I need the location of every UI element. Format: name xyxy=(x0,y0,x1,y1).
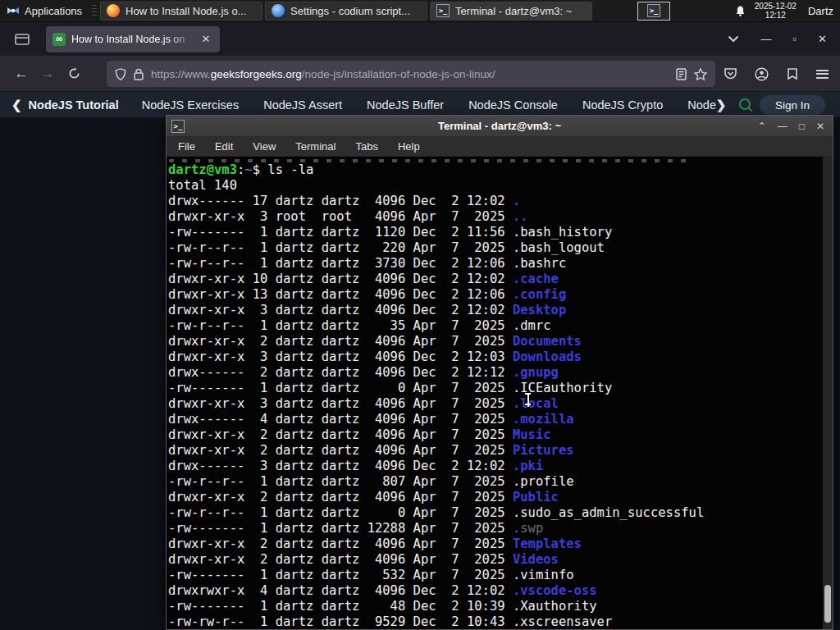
listing-filename: .cache xyxy=(513,272,559,286)
listing-filename: Templates xyxy=(513,536,582,551)
listing-meta: -rw------- 1 dartz dartz 48 Dec 2 10:39 xyxy=(168,599,513,614)
gfg-nav-item[interactable]: NodeJS Crypto xyxy=(582,98,663,112)
gfg-nav-item[interactable]: NodeJS Exercises xyxy=(142,98,239,112)
listing-line: drwxr-xr-x 3 dartz dartz 4096 Dec 2 12:0… xyxy=(168,349,833,365)
listing-filename: .xscreensaver xyxy=(513,614,612,629)
reload-button[interactable] xyxy=(61,67,87,80)
url-bar[interactable]: https://www.geeksforgeeks.org/node-js/in… xyxy=(107,61,715,87)
browser-window-controls: — ▫ ✕ xyxy=(728,22,840,56)
workspace-pager[interactable]: >_ xyxy=(637,2,670,21)
listing-meta: drwx------ 3 dartz dartz 4096 Dec 2 12:0… xyxy=(168,459,513,473)
back-button[interactable]: ← xyxy=(8,66,34,82)
tracking-shield-icon[interactable] xyxy=(115,68,126,80)
panel-clock[interactable]: 2025-12-02 12:12 xyxy=(755,2,797,20)
gfg-nav-item[interactable]: NodeJS Buffer xyxy=(367,98,444,112)
user-menu[interactable]: Dartz xyxy=(805,5,833,17)
listing-meta: drwx------ 4 dartz dartz 4096 Apr 7 2025 xyxy=(168,412,513,427)
browser-tab-active[interactable]: ∞ How to Install Node.js on ✕ xyxy=(46,26,220,52)
terminal-menubar: FileEditViewTerminalTabsHelp xyxy=(167,137,833,157)
listing-filename: .gnupg xyxy=(513,365,559,380)
taskbar-button[interactable]: How to Install Node.js o... xyxy=(100,2,262,21)
chevron-left-icon: ❮ xyxy=(11,98,22,112)
reload-icon xyxy=(68,67,80,80)
terminal-window-controls: ⌃ — □ ✕ xyxy=(758,121,833,132)
terminal-titlebar[interactable]: >_ Terminal - dartz@vm3: ~ ⌃ — □ ✕ xyxy=(167,116,833,137)
app-menu-icon[interactable] xyxy=(816,70,829,79)
terminal-scrollbar[interactable] xyxy=(823,157,833,629)
listing-line: drwxr-xr-x 3 root root 4096 Apr 7 2025 .… xyxy=(168,209,833,225)
terminal-menu-view[interactable]: View xyxy=(253,140,276,153)
browser-close-button[interactable]: ✕ xyxy=(818,33,827,45)
panel-grip xyxy=(92,5,97,16)
terminal-output[interactable]: dartz@vm3:~$ ls -la total 140 drwx------… xyxy=(167,157,833,629)
prompt-dollar: $ xyxy=(253,162,268,177)
applications-menu-button[interactable]: Applications xyxy=(0,0,89,22)
terminal-menu-file[interactable]: File xyxy=(178,140,195,153)
listing-filename: .Xauthority xyxy=(513,599,597,614)
listing-line: drwxr-xr-x 2 dartz dartz 4096 Apr 7 2025… xyxy=(168,443,833,459)
list-all-tabs-chevron-icon[interactable] xyxy=(728,35,739,43)
chevron-right-icon[interactable]: ❯ xyxy=(716,98,727,112)
terminal-menu-tabs[interactable]: Tabs xyxy=(355,140,377,153)
listing-meta: drwx------ 2 dartz dartz 4096 Dec 2 12:1… xyxy=(168,365,513,380)
browser-maximize-button[interactable]: ▫ xyxy=(792,33,797,45)
terminal-menu-edit[interactable]: Edit xyxy=(215,140,233,153)
listing-line: drwx------ 2 dartz dartz 4096 Dec 2 12:1… xyxy=(168,365,833,381)
terminal-menu-help[interactable]: Help xyxy=(398,140,420,153)
window-task-list: How to Install Node.js o...Settings - co… xyxy=(100,2,595,21)
listing-filename: .pki xyxy=(513,459,543,473)
terminal-maximize-button[interactable]: □ xyxy=(799,121,805,132)
gfg-nav-item[interactable]: NodeJS Console xyxy=(468,98,558,112)
listing-line: -rw------- 1 dartz dartz 12288 Apr 7 202… xyxy=(168,521,833,536)
listing-filename: .viminfo xyxy=(513,568,574,582)
notification-bell-icon[interactable] xyxy=(734,5,746,17)
firefox-view-button[interactable] xyxy=(10,29,34,50)
terminal-scrollbar-thumb[interactable] xyxy=(824,585,831,623)
search-icon[interactable] xyxy=(737,97,754,113)
forward-button[interactable]: → xyxy=(34,66,61,82)
lock-icon[interactable] xyxy=(134,68,144,80)
scrolled-line-sliver xyxy=(169,159,694,162)
total-line: total 140 xyxy=(168,178,833,194)
listing-meta: -rw------- 1 dartz dartz 1120 Dec 2 11:5… xyxy=(168,225,513,240)
reader-mode-icon[interactable] xyxy=(676,68,687,80)
listing-line: -rw-r--r-- 1 dartz dartz 0 Apr 7 2025 .s… xyxy=(168,505,833,521)
terminal-shade-button[interactable]: ⌃ xyxy=(758,121,766,132)
listing-line: -rw-r--r-- 1 dartz dartz 807 Apr 7 2025 … xyxy=(168,474,833,490)
extensions-icon[interactable] xyxy=(786,67,799,80)
listing-filename: . xyxy=(513,194,520,208)
listing-line: drwxr-xr-x 2 dartz dartz 4096 Apr 7 2025… xyxy=(168,334,833,349)
listing-meta: -rw-r--r-- 1 dartz dartz 807 Apr 7 2025 xyxy=(168,474,513,489)
gfg-back-item[interactable]: ❮ NodeJS Tutorial xyxy=(11,98,119,112)
listing-line: drwx------ 4 dartz dartz 4096 Apr 7 2025… xyxy=(168,412,833,427)
listing-filename: .local xyxy=(513,396,559,411)
terminal-menu-terminal[interactable]: Terminal xyxy=(295,140,336,153)
clock-time: 12:12 xyxy=(755,11,797,20)
sign-in-button[interactable]: Sign In xyxy=(760,95,825,116)
terminal-close-button[interactable]: ✕ xyxy=(816,121,824,132)
listing-meta: drwxr-xr-x 3 dartz dartz 4096 Dec 2 12:0… xyxy=(168,303,513,317)
pocket-save-icon[interactable] xyxy=(724,67,737,80)
terminal-minimize-button[interactable]: — xyxy=(778,121,788,132)
terminal-icon: >_ xyxy=(436,4,450,17)
url-domain: geeksforgeeks.org xyxy=(211,68,302,80)
listing-filename: Pictures xyxy=(513,443,574,458)
gfg-nav-item[interactable]: NodeJS Assert xyxy=(263,98,342,112)
taskbar-button[interactable]: >_Terminal - dartz@vm3: ~ xyxy=(430,2,592,21)
gfg-nav-item[interactable]: NodeJS DNS xyxy=(687,98,715,112)
listing-line: drwxr-xr-x 2 dartz dartz 4096 Apr 7 2025… xyxy=(168,490,833,505)
listing-filename: .bash_logout xyxy=(513,240,605,255)
account-icon[interactable] xyxy=(755,67,769,81)
bookmark-star-icon[interactable] xyxy=(694,68,707,80)
listing-meta: -rw-r--r-- 1 dartz dartz 35 Apr 7 2025 xyxy=(168,318,513,333)
listing-line: drwx------ 3 dartz dartz 4096 Dec 2 12:0… xyxy=(168,459,833,474)
listing-filename: Desktop xyxy=(513,303,566,317)
prompt-user-host: dartz@vm3 xyxy=(168,162,237,177)
listing-meta: drwxr-xr-x 10 dartz dartz 4096 Dec 2 12:… xyxy=(168,272,513,286)
listing-line: drwxr-xr-x 3 dartz dartz 4096 Dec 2 12:0… xyxy=(168,303,833,318)
listing-filename: .vscode-oss xyxy=(513,583,597,598)
taskbar-button[interactable]: Settings - codium script... xyxy=(265,2,427,21)
tab-close-button[interactable]: ✕ xyxy=(199,32,213,47)
browser-minimize-button[interactable]: — xyxy=(760,33,771,45)
xfce-logo-icon xyxy=(7,4,20,17)
